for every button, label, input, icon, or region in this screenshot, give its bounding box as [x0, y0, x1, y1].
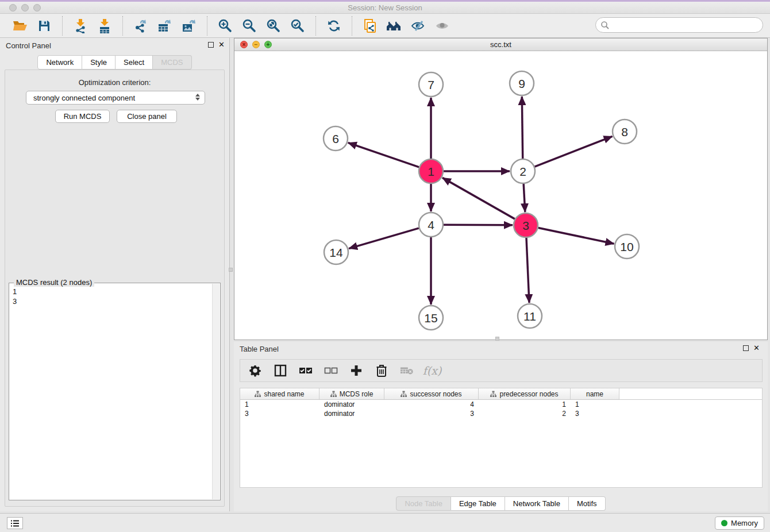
table-cell[interactable]: 4	[384, 400, 479, 409]
network-window-titlebar[interactable]: × − + scc.txt	[234, 38, 767, 51]
graph-node-9[interactable]: 9	[510, 71, 534, 95]
graph-edge-3-1[interactable]	[442, 178, 515, 219]
table-cell[interactable]: 2	[479, 409, 571, 418]
apply-layout-icon[interactable]	[325, 17, 342, 34]
graph-node-7[interactable]: 7	[419, 72, 443, 97]
table-row[interactable]: 1dominator411	[240, 400, 762, 409]
export-table-icon[interactable]	[156, 17, 174, 34]
column-header-mcds-role[interactable]: MCDS role	[319, 388, 384, 399]
tab-select[interactable]: Select	[116, 55, 153, 70]
tab-motifs[interactable]: Motifs	[569, 496, 606, 511]
export-image-icon[interactable]	[180, 17, 198, 34]
zoom-fit-icon[interactable]	[265, 17, 282, 34]
graph-node-6[interactable]: 6	[324, 126, 348, 151]
memory-label: Memory	[731, 519, 758, 527]
criterion-dropdown[interactable]: strongly connected component	[26, 91, 205, 105]
close-panel-icon[interactable]: ✕	[218, 42, 225, 48]
export-network-icon[interactable]	[132, 17, 149, 34]
vertical-split-handle[interactable]	[229, 268, 233, 272]
table-cell[interactable]: dominator	[319, 400, 384, 409]
close-panel-button[interactable]: Close panel	[117, 110, 177, 123]
task-list-button[interactable]	[7, 517, 23, 529]
tab-node-table[interactable]: Node Table	[396, 496, 451, 511]
add-column-icon[interactable]	[349, 364, 363, 377]
column-header-successor-nodes[interactable]: successor nodes	[384, 388, 479, 399]
show-columns-icon[interactable]	[274, 364, 287, 377]
table-cell[interactable]: 3	[384, 409, 479, 418]
control-panel-title: Control Panel	[6, 41, 51, 50]
tab-network-table[interactable]: Network Table	[505, 496, 569, 511]
graph-node-14[interactable]: 14	[324, 240, 348, 264]
gear-icon[interactable]	[248, 364, 262, 377]
svg-text:10: 10	[620, 240, 633, 253]
trash-icon[interactable]	[375, 364, 388, 377]
graph-edge-2-9[interactable]	[522, 97, 522, 159]
duplicate-network-icon[interactable]	[361, 17, 379, 34]
column-header-predecessor-nodes[interactable]: predecessor nodes	[479, 388, 571, 399]
zoom-out-icon[interactable]	[241, 17, 258, 34]
toolbar-separator	[352, 16, 352, 36]
graph-node-11[interactable]: 11	[518, 304, 542, 328]
graph-edge-4-14[interactable]	[349, 228, 419, 248]
mcds-result-item: 3	[13, 296, 209, 306]
float-panel-icon[interactable]	[208, 42, 214, 48]
show-eye-icon[interactable]	[434, 17, 451, 34]
edge-layer	[348, 97, 614, 304]
save-session-icon[interactable]	[36, 17, 53, 34]
graph-edge-3-11[interactable]	[526, 238, 529, 303]
graph-node-15[interactable]: 15	[419, 306, 443, 330]
result-scrollbar[interactable]	[212, 284, 220, 499]
table-cell[interactable]: dominator	[319, 409, 384, 418]
search-input[interactable]	[595, 17, 763, 33]
graph-edge-2-8[interactable]	[534, 136, 612, 167]
graph-node-3[interactable]: 3	[514, 213, 538, 237]
select-all-icon[interactable]	[299, 364, 313, 377]
run-mcds-button[interactable]: Run MCDS	[55, 110, 110, 123]
network-canvas[interactable]: 7968124314101511	[234, 51, 767, 340]
graph-node-4[interactable]: 4	[419, 213, 443, 237]
open-session-icon[interactable]	[11, 17, 29, 34]
show-all-networks-icon[interactable]	[386, 17, 403, 34]
table-cell[interactable]: 3	[571, 409, 619, 418]
tab-edge-table[interactable]: Edge Table	[451, 496, 505, 511]
graph-node-2[interactable]: 2	[511, 159, 535, 183]
svg-text:7: 7	[428, 78, 434, 91]
tab-network[interactable]: Network	[37, 55, 82, 70]
graph-edge-2-3[interactable]	[523, 184, 525, 212]
table-cell[interactable]: 1	[571, 400, 619, 409]
column-header-name[interactable]: name	[571, 388, 619, 399]
search-field-wrap	[595, 17, 763, 33]
hide-selected-icon[interactable]	[410, 17, 427, 34]
control-panel: Control Panel ✕ NetworkStyleSelectMCDS O…	[0, 38, 230, 511]
tab-style[interactable]: Style	[82, 55, 116, 70]
graph-node-8[interactable]: 8	[613, 119, 637, 144]
delete-table-icon[interactable]	[400, 364, 414, 377]
table-cell[interactable]: 1	[240, 400, 319, 409]
column-header-shared-name[interactable]: shared name	[240, 388, 319, 399]
graph-node-1[interactable]: 1	[419, 159, 443, 183]
graph-edge-3-10[interactable]	[538, 228, 614, 244]
table-panel-title: Table Panel	[240, 345, 279, 353]
function-builder-icon[interactable]: f(x)	[425, 364, 439, 377]
import-network-icon[interactable]	[72, 17, 89, 34]
horizontal-split-handle[interactable]	[495, 337, 499, 341]
close-table-panel-icon[interactable]: ✕	[753, 345, 760, 351]
table-cell[interactable]: 1	[479, 400, 571, 409]
memory-button[interactable]: Memory	[715, 516, 764, 530]
tab-mcds[interactable]: MCDS	[153, 55, 191, 70]
graph-edge-1-6[interactable]	[348, 142, 419, 167]
svg-text:4: 4	[428, 218, 434, 232]
network-canvas-svg: 7968124314101511	[234, 51, 767, 340]
control-panel-tabs: NetworkStyleSelectMCDS	[0, 55, 229, 70]
graph-node-10[interactable]: 10	[615, 234, 639, 259]
deselect-all-icon[interactable]	[324, 364, 338, 377]
graph-edge-4-3[interactable]	[444, 225, 513, 225]
table-row[interactable]: 3dominator323	[240, 409, 762, 418]
table-cell[interactable]: 3	[240, 409, 319, 418]
import-table-icon[interactable]	[96, 17, 113, 34]
main-toolbar	[0, 14, 770, 38]
zoom-in-icon[interactable]	[217, 17, 234, 34]
mcds-result-list[interactable]: 13	[13, 287, 209, 306]
zoom-selected-icon[interactable]	[289, 17, 306, 34]
float-table-panel-icon[interactable]	[743, 345, 749, 351]
